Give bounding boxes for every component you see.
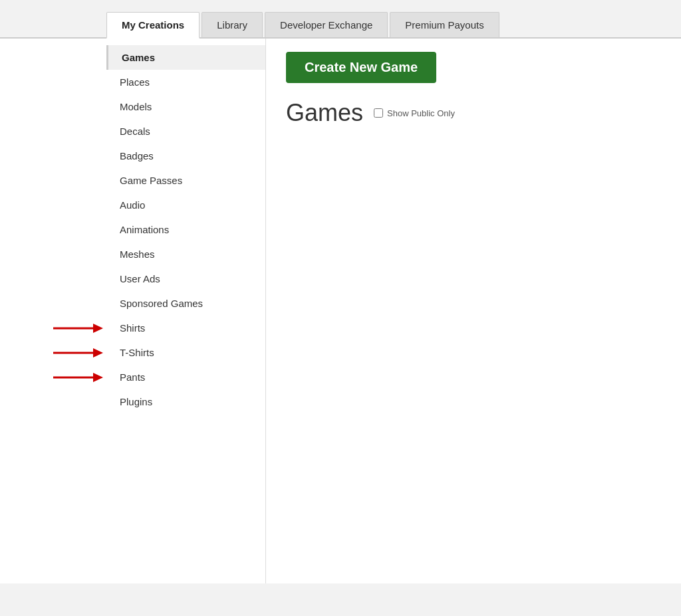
sidebar-item-tshirts-label: T-Shirts — [120, 347, 154, 358]
tab-developer-exchange[interactable]: Developer Exchange — [265, 12, 388, 37]
sidebar-item-decals[interactable]: Decals — [106, 119, 265, 144]
tab-my-creations[interactable]: My Creations — [106, 12, 200, 39]
tabs-bar: My Creations Library Developer Exchange … — [0, 0, 681, 39]
svg-marker-5 — [93, 373, 103, 382]
content-area: Create New Game Games Show Public Only — [266, 39, 681, 583]
content-title: Games — [286, 99, 363, 127]
sidebar-item-models[interactable]: Models — [106, 94, 265, 119]
page-wrapper: My Creations Library Developer Exchange … — [0, 0, 681, 616]
tab-premium-payouts[interactable]: Premium Payouts — [390, 12, 499, 37]
sidebar-item-pants-label: Pants — [120, 371, 145, 383]
sidebar-item-t-shirts[interactable]: T-Shirts — [106, 340, 265, 365]
sidebar-item-sponsored-games[interactable]: Sponsored Games — [106, 291, 265, 316]
sidebar-item-pants[interactable]: Pants — [106, 365, 265, 389]
shirts-arrow-indicator — [53, 321, 103, 336]
content-title-row: Games Show Public Only — [286, 99, 661, 127]
sidebar-item-plugins[interactable]: Plugins — [106, 389, 265, 414]
tab-library[interactable]: Library — [202, 12, 263, 37]
sidebar-item-game-passes[interactable]: Game Passes — [106, 168, 265, 193]
show-public-checkbox[interactable] — [374, 108, 383, 118]
sidebar-item-badges[interactable]: Badges — [106, 144, 265, 168]
sidebar-item-places[interactable]: Places — [106, 70, 265, 94]
sidebar-item-games[interactable]: Games — [106, 45, 265, 70]
pants-arrow-indicator — [53, 370, 103, 385]
main-content: Games Places Models Decals Badges Game P… — [0, 39, 681, 583]
sidebar-item-shirts[interactable]: Shirts — [106, 316, 265, 340]
sidebar-item-user-ads[interactable]: User Ads — [106, 266, 265, 291]
svg-marker-3 — [93, 348, 103, 358]
create-new-game-button[interactable]: Create New Game — [286, 52, 436, 83]
red-arrow-shirts-icon — [53, 321, 103, 336]
red-arrow-pants-icon — [53, 370, 103, 385]
sidebar-item-audio[interactable]: Audio — [106, 193, 265, 217]
sidebar-item-animations[interactable]: Animations — [106, 217, 265, 242]
sidebar-item-meshes[interactable]: Meshes — [106, 242, 265, 266]
sidebar: Games Places Models Decals Badges Game P… — [106, 39, 266, 583]
show-public-label[interactable]: Show Public Only — [374, 108, 455, 118]
svg-marker-1 — [93, 324, 103, 333]
red-arrow-tshirts-icon — [53, 346, 103, 360]
show-public-text: Show Public Only — [387, 108, 455, 118]
tshirts-arrow-indicator — [53, 346, 103, 360]
sidebar-item-shirts-label: Shirts — [120, 322, 145, 334]
